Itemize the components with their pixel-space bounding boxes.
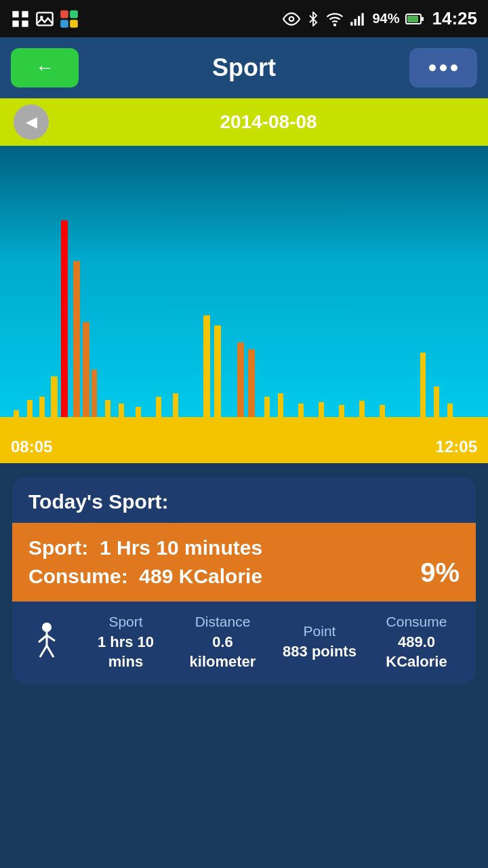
svg-rect-7: [70, 10, 78, 18]
date-label: 2014-08-08: [62, 111, 474, 133]
svg-line-50: [47, 635, 55, 641]
svg-line-52: [47, 646, 54, 657]
svg-rect-43: [420, 353, 426, 417]
image-icon: [35, 9, 54, 28]
distance-col-label: Distance: [174, 614, 271, 630]
dot3: [451, 64, 458, 71]
consume-col-value: 489.0KCalorie: [368, 633, 465, 671]
clock: 14:25: [432, 8, 478, 29]
dot2: [440, 64, 447, 71]
back-button[interactable]: ←: [11, 48, 79, 87]
prev-arrow-icon: ◀: [26, 113, 37, 131]
sport-value: 1 Hrs 10 minutes: [100, 536, 262, 559]
chart-area: [0, 146, 488, 431]
svg-rect-1: [22, 11, 28, 17]
more-button[interactable]: [409, 48, 477, 87]
bottom-stats-row: Sport 1 hrs 10mins Distance 0.6kilometer…: [12, 601, 476, 684]
status-right-info: 94% 14:25: [283, 8, 477, 29]
distance-col-value: 0.6kilometer: [174, 633, 271, 671]
svg-rect-46: [0, 417, 488, 431]
stats-sport-line: Sport: 1 Hrs 10 minutes: [28, 536, 460, 559]
status-left-icons: [11, 9, 79, 28]
svg-rect-13: [354, 19, 357, 26]
date-bar: ◀ 2014-08-08: [0, 98, 488, 146]
svg-rect-23: [61, 220, 68, 431]
chart-svg: [0, 146, 488, 431]
svg-rect-9: [70, 20, 78, 28]
title-bar: ← Sport: [0, 37, 488, 98]
time-start: 08:05: [11, 437, 52, 456]
bluetooth-icon: [306, 12, 321, 26]
svg-rect-12: [351, 22, 353, 25]
consume-label: Consume:: [28, 565, 128, 587]
svg-point-11: [334, 24, 336, 25]
svg-rect-33: [214, 326, 221, 431]
svg-rect-8: [60, 20, 68, 28]
svg-rect-24: [73, 261, 80, 431]
point-col-label: Point: [271, 623, 368, 639]
stat-sport: Sport 1 hrs 10mins: [77, 614, 174, 671]
svg-rect-4: [37, 12, 52, 25]
svg-rect-18: [422, 17, 424, 21]
eye-icon: [283, 10, 300, 28]
sport-label: Sport:: [28, 536, 88, 559]
sport-col-label: Sport: [77, 614, 174, 630]
signal-icon: [349, 10, 367, 28]
stat-point: Point 883 points: [271, 623, 368, 662]
battery-percent: 94%: [372, 11, 399, 26]
back-arrow-icon: ←: [35, 57, 54, 79]
wifi-icon: [326, 10, 344, 28]
stats-heading: Today's Sport:: [12, 477, 476, 523]
battery-icon: [405, 13, 424, 25]
svg-rect-3: [22, 20, 28, 26]
time-axis: 08:05 12:05: [0, 431, 488, 463]
svg-rect-25: [83, 322, 89, 431]
svg-rect-0: [12, 11, 18, 17]
sport-col-value: 1 hrs 10mins: [77, 633, 174, 671]
stat-consume: Consume 489.0KCalorie: [368, 614, 465, 671]
consume-value: 489 KCalorie: [139, 565, 262, 587]
svg-rect-17: [407, 16, 418, 22]
consume-col-label: Consume: [368, 614, 465, 630]
svg-rect-14: [358, 16, 360, 25]
svg-rect-6: [60, 10, 68, 18]
point-col-value: 883 points: [271, 642, 368, 662]
stat-distance: Distance 0.6kilometer: [174, 614, 271, 671]
svg-rect-32: [203, 315, 210, 431]
stats-orange-block: Sport: 1 Hrs 10 minutes Consume: 489 KCa…: [12, 523, 476, 601]
prev-date-button[interactable]: ◀: [14, 104, 49, 140]
page-title: Sport: [212, 54, 276, 82]
app-icon: [60, 9, 79, 28]
stats-percent: 9%: [420, 557, 460, 588]
dot1: [429, 64, 436, 71]
svg-line-51: [40, 646, 47, 657]
walker-icon: [23, 622, 70, 664]
status-bar: 94% 14:25: [0, 0, 488, 37]
stats-consume-line: Consume: 489 KCalorie: [28, 565, 460, 588]
svg-point-47: [42, 623, 52, 632]
svg-point-10: [289, 16, 294, 21]
time-end: 12:05: [436, 437, 477, 456]
svg-rect-2: [12, 20, 18, 26]
stats-card: Today's Sport: Sport: 1 Hrs 10 minutes C…: [12, 477, 476, 684]
svg-rect-15: [362, 13, 364, 25]
grid-icon: [11, 9, 30, 28]
svg-line-49: [39, 635, 47, 642]
